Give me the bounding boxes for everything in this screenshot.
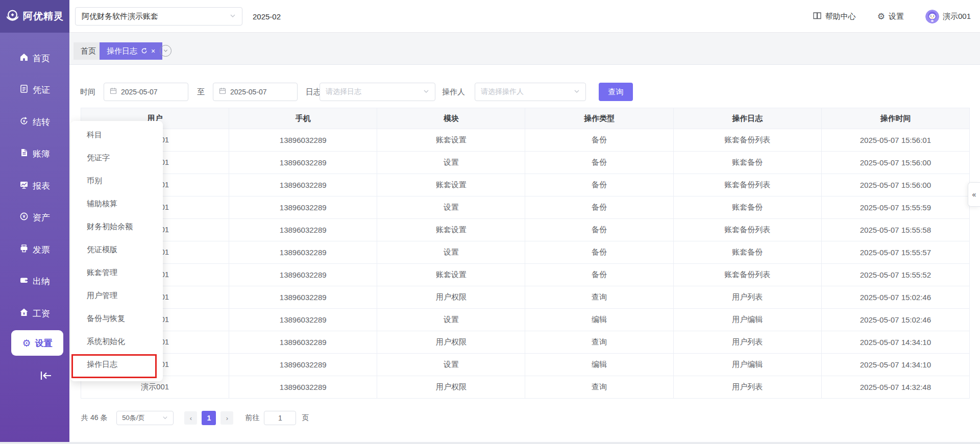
submenu-item-label: 凭证字 [87, 153, 110, 163]
book-icon [813, 12, 822, 21]
calendar-icon [110, 87, 117, 96]
close-icon[interactable]: × [151, 47, 155, 55]
cell-op-time: 2025-05-07 15:56:00 [821, 152, 969, 174]
sidebar-collapse-button[interactable] [36, 369, 56, 384]
sidebar-item-voucher[interactable]: 凭证 [0, 82, 69, 98]
prev-page-button[interactable]: ‹ [184, 411, 197, 425]
sidebar-item-ledger[interactable]: 账簿 [0, 145, 69, 162]
sidebar-item-home[interactable]: 首页 [0, 50, 69, 66]
submenu-item-label: 用户管理 [87, 291, 117, 301]
help-center-button[interactable]: 帮助中心 [813, 12, 856, 21]
sidebar-item-label: 出纳 [33, 276, 50, 287]
logo-text: 阿优精灵 [23, 10, 64, 23]
submenu-item[interactable]: 系统初始化 [70, 330, 163, 353]
report-chart-icon [19, 180, 29, 192]
submenu-item[interactable]: 辅助核算 [70, 192, 163, 215]
cell-module: 设置 [377, 309, 525, 331]
app-window: 阿优精灵 阿优财务软件演示账套 2025-02 帮助中心 ⚙ 设置 [0, 0, 980, 442]
cell-op-type: 备份 [525, 264, 673, 286]
header-settings-label: 设置 [889, 12, 904, 21]
settings-submenu: 科目 凭证字 币别 辅助核算 财务初始余额 凭证模 [70, 121, 163, 381]
cell-module: 设置 [377, 354, 525, 376]
submenu-item[interactable]: 财务初始余额 [70, 215, 163, 238]
account-set-value: 阿优财务软件演示账套 [82, 12, 230, 21]
submenu-item-label: 科目 [87, 130, 102, 140]
tab-list-dropdown-button[interactable] [160, 45, 172, 57]
submenu-item-label: 系统初始化 [87, 337, 125, 347]
cell-phone: 13896032289 [229, 152, 377, 174]
cell-phone: 13896032289 [229, 286, 377, 309]
chevron-down-icon [162, 414, 168, 422]
sidebar-item-invoice[interactable]: 发票 [0, 241, 69, 258]
sidebar-item-payroll[interactable]: ¥ 工资 [0, 305, 69, 322]
refresh-icon[interactable] [141, 47, 148, 56]
printer-icon [19, 244, 29, 256]
cell-op-log: 用户编辑 [673, 309, 821, 331]
submenu-item[interactable]: 币别 [70, 169, 163, 192]
cell-phone: 13896032289 [229, 196, 377, 219]
right-panel-collapse-tab[interactable]: « [968, 182, 980, 207]
sidebar-item-report[interactable]: 报表 [0, 178, 69, 194]
period-label: 2025-02 [253, 0, 281, 33]
submenu-item-label: 辅助核算 [87, 199, 117, 209]
query-button[interactable]: 查询 [599, 83, 633, 101]
help-center-label: 帮助中心 [825, 12, 856, 21]
cell-phone: 13896032289 [229, 309, 377, 331]
header-settings-button[interactable]: ⚙ 设置 [877, 12, 904, 21]
account-set-select[interactable]: 阿优财务软件演示账套 [75, 7, 242, 26]
chevron-down-icon [423, 87, 429, 96]
page-size-select[interactable]: 50条/页 [116, 411, 174, 425]
cell-op-type: 备份 [525, 152, 673, 174]
operator-select[interactable]: 请选择操作人 [475, 83, 586, 101]
submenu-item[interactable]: 科目 [70, 124, 163, 146]
sidebar-item-cashier[interactable]: 出纳 [0, 273, 69, 289]
cell-phone: 13896032289 [229, 241, 377, 264]
tab-operation-log[interactable]: 操作日志 × [100, 42, 162, 60]
table-row: 演示001 13896032289 用户权限 查询 用户列表 2025-05-0… [81, 376, 970, 399]
page-suffix-label: 页 [302, 413, 309, 423]
cell-module: 用户权限 [377, 331, 525, 354]
tab-home[interactable]: 首页 [74, 42, 103, 60]
submenu-item-label: 账套管理 [87, 268, 117, 278]
cell-module: 账套设置 [377, 174, 525, 196]
date-to-input[interactable]: 2025-05-07 [213, 83, 298, 101]
cell-op-time: 2025-05-07 15:56:00 [821, 174, 969, 196]
submenu-item[interactable]: 操作日志 [70, 353, 163, 376]
cell-op-time: 2025-05-07 15:55:57 [821, 241, 969, 264]
log-select[interactable]: 请选择日志 [320, 83, 435, 101]
submenu-item[interactable]: 账套管理 [70, 261, 163, 284]
cell-op-log: 用户列表 [673, 331, 821, 354]
log-filter-label: 日志 [306, 83, 321, 101]
table-row: 演示001 13896032289 设置 编辑 用户编辑 2025-05-07 … [81, 309, 970, 331]
next-page-button[interactable]: › [220, 411, 233, 425]
sidebar-item-carryover[interactable]: ¥ 结转 [0, 114, 69, 130]
total-count: 共 46 条 [81, 413, 107, 423]
cell-op-type: 查询 [525, 331, 673, 354]
tab-label: 操作日志 [107, 46, 137, 56]
wallet-icon [19, 276, 29, 287]
sidebar-item-label: 结转 [33, 116, 50, 128]
cell-op-time: 2025-05-07 15:55:59 [821, 196, 969, 219]
user-menu[interactable]: 演示001 [925, 10, 971, 23]
sidebar: 首页 凭证 ¥ 结转 账簿 报表 ¥ 资产 发票 出纳 [0, 33, 69, 442]
submenu-item[interactable]: 凭证模版 [70, 238, 163, 261]
operator-filter-label: 操作人 [442, 83, 465, 101]
cell-module: 账套设置 [377, 219, 525, 241]
sidebar-item-assets[interactable]: ¥ 资产 [0, 209, 69, 226]
cell-op-type: 编辑 [525, 309, 673, 331]
current-page-button[interactable]: 1 [202, 411, 216, 425]
column-header-module: 模块 [377, 108, 525, 129]
sidebar-item-settings[interactable]: ⚙ 设置 [11, 330, 63, 356]
cell-op-time: 2025-05-07 15:02:46 [821, 286, 969, 309]
table-header-row: 用户 手机 模块 操作类型 操作日志 操作时间 [81, 108, 970, 129]
cell-op-type: 备份 [525, 196, 673, 219]
submenu-item[interactable]: 凭证字 [70, 146, 163, 169]
cell-op-time: 2025-05-07 15:02:46 [821, 309, 969, 331]
chevron-down-icon [574, 87, 580, 96]
sidebar-item-label: 资产 [33, 212, 50, 224]
goto-page-input[interactable]: 1 [264, 411, 296, 425]
date-from-input[interactable]: 2025-05-07 [104, 83, 188, 101]
submenu-item[interactable]: 备份与恢复 [70, 307, 163, 330]
cell-phone: 13896032289 [229, 219, 377, 241]
submenu-item[interactable]: 用户管理 [70, 284, 163, 307]
